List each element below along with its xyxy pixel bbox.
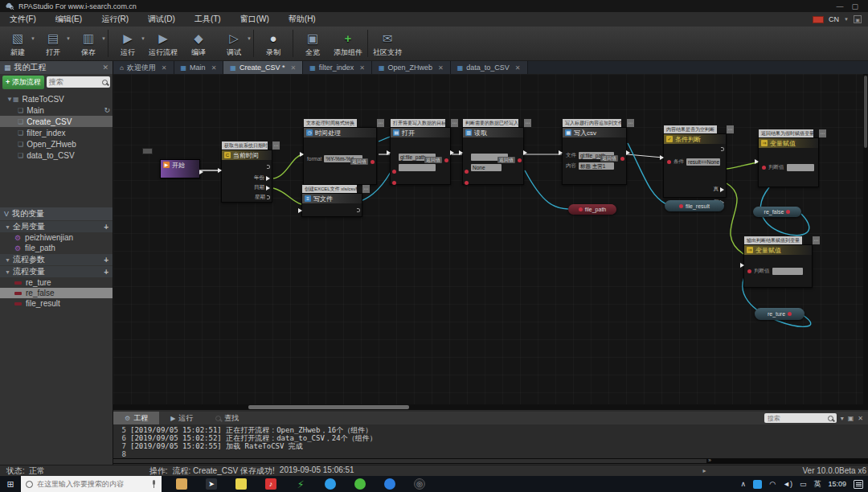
add-variable-icon[interactable]: + (104, 268, 108, 277)
output-port-unused[interactable] (267, 165, 270, 169)
output-port-unused[interactable] (357, 208, 360, 212)
log-search-box[interactable] (764, 413, 837, 423)
year-port[interactable] (266, 176, 270, 181)
btab-project[interactable]: ⚙ 工程 (113, 412, 159, 424)
arg-port[interactable] (667, 160, 671, 164)
maximize-button[interactable]: ▢ (851, 2, 858, 10)
node-menu-icon[interactable]: ⋯ (524, 119, 531, 127)
debug-button[interactable]: ▷ 调试 ▼ (216, 27, 252, 60)
node-menu-icon[interactable]: ⋯ (362, 185, 370, 193)
true-port[interactable] (720, 187, 724, 192)
node-set-variable-2[interactable]: 输出判断结果赋值到变量⋯ ⇒变量赋值 判断值 (743, 244, 813, 288)
scrollbar-thumb[interactable] (864, 76, 867, 148)
pill-re-false[interactable]: re_false (753, 207, 801, 217)
add-variable-icon[interactable]: + (104, 223, 108, 232)
value-field[interactable] (787, 164, 814, 171)
volume-icon[interactable]: ◄) (783, 480, 792, 488)
node-menu-icon[interactable]: ⋯ (813, 236, 820, 244)
mail-app-icon[interactable]: ➤ (206, 478, 217, 490)
save-button[interactable]: ▥ 保存 ▼ (71, 27, 106, 60)
arg-port[interactable] (465, 170, 469, 174)
return-port[interactable] (444, 158, 448, 162)
pill-port[interactable] (579, 207, 583, 211)
tab-close-icon[interactable]: ✕ (290, 64, 296, 72)
menu-file[interactable]: 文件(F) (0, 12, 46, 27)
taskbar-search-input[interactable] (37, 480, 147, 488)
debug-dropdown-icon[interactable]: ▼ (247, 36, 252, 41)
value-port[interactable] (747, 269, 751, 273)
empty-field[interactable] (399, 164, 436, 171)
condition-field[interactable]: result==None (686, 158, 720, 166)
canvas-vertical-scrollbar[interactable] (863, 74, 868, 404)
node-condition[interactable]: 内容结果是否为空判断⋯ ✓条件判断 条件 result==None 真 假 (663, 133, 727, 198)
arg-port[interactable] (392, 170, 396, 174)
music-app-icon[interactable]: ♪ (265, 478, 276, 490)
output-port[interactable] (199, 170, 203, 174)
tree-item-project[interactable]: ▼▦ RateToCSV (0, 93, 113, 105)
display-icon[interactable]: ▭ (800, 480, 807, 488)
scrollbar-thumb[interactable] (113, 459, 706, 463)
group-flow-params[interactable]: ▼ 流程参数 + (0, 254, 113, 265)
maximize-panel-icon[interactable]: ▣ (848, 415, 854, 422)
node-menu-icon[interactable]: ⋯ (377, 119, 384, 127)
collapsed-node[interactable] (142, 148, 153, 154)
var-peizhiwenjian[interactable]: ⚙ peizhiwenjian (0, 232, 113, 243)
output-port[interactable] (626, 150, 630, 155)
tab-close-icon[interactable]: ✕ (515, 64, 521, 72)
project-search-box[interactable] (47, 76, 110, 88)
tree-item-data-to-csv[interactable]: ❏ data_to_CSV (0, 150, 113, 161)
node-open-file[interactable]: 打开将要写入数据的目标文件⋯ ▤打开 返回值 gl:file_path (390, 127, 451, 185)
taskbar-search-box[interactable] (21, 476, 162, 492)
return-port[interactable] (371, 160, 375, 164)
var-re-ture[interactable]: re_ture (0, 277, 113, 288)
node-write-csv[interactable]: 写入标题行内容追加到文件里⋯ ▦写入csv 返回值 文件 gl:file_pat… (562, 127, 627, 185)
value-field[interactable] (772, 268, 803, 275)
record-button[interactable]: ● 录制 (256, 27, 291, 60)
menu-help[interactable]: 帮助(H) (279, 12, 326, 27)
collapse-arrow-icon[interactable]: ▼ (5, 224, 10, 230)
menu-tools[interactable]: 工具(T) (185, 12, 231, 27)
node-set-variable-1[interactable]: 返回结果为假时赋值变量⋯ ⇒变量赋值 判断值 (758, 137, 819, 187)
tab-close-icon[interactable]: ✕ (359, 64, 365, 72)
ime-toolbar-icon[interactable]: ▣ (854, 15, 862, 23)
node-write-file[interactable]: 创建EXCEL文件 xls/csv格式⋯ ≡写文件 (301, 193, 362, 217)
collapse-arrow-icon[interactable]: ▼ (5, 269, 10, 275)
tree-item-filter-index[interactable]: ❏ filter_index (0, 127, 113, 138)
pin-icon[interactable]: ▾ (841, 415, 844, 422)
value-port[interactable] (762, 166, 766, 170)
canvas-horizontal-scrollbar[interactable] (113, 404, 868, 410)
pill-port[interactable] (679, 204, 683, 208)
scrollbar-thumb[interactable] (248, 405, 409, 409)
ime-language-badge[interactable]: CN (829, 15, 839, 23)
node-menu-icon[interactable]: ⋯ (819, 129, 826, 137)
save-dropdown-icon[interactable]: ▼ (101, 36, 106, 41)
node-start[interactable]: ▶开始 (160, 159, 200, 178)
pill-file-path[interactable]: file_path (568, 204, 616, 215)
community-button[interactable]: ✉ 社区支持 (370, 27, 405, 60)
add-flow-button[interactable]: + 添加流程 (2, 76, 44, 89)
overview-button[interactable]: ▣ 全览 (295, 27, 330, 60)
return-port[interactable] (620, 157, 624, 161)
node-current-time[interactable]: 获取当前系统日期时间⋯ C当前时间 年份 日期 星期 (221, 150, 272, 203)
pill-port[interactable] (788, 312, 792, 316)
close-panel-icon[interactable]: ✕ (858, 415, 863, 422)
tab-create-csv[interactable]: ▦ Create_CSV * ✕ (223, 61, 303, 74)
output-port-unused[interactable] (721, 147, 724, 151)
ime-dropdown-icon[interactable]: ▼ (844, 17, 849, 22)
tab-welcome[interactable]: ⌂ 欢迎使用 ✕ (113, 61, 174, 74)
var-file-result[interactable]: file_result (0, 298, 113, 309)
arg-port[interactable] (392, 181, 396, 185)
tray-expand-icon[interactable]: ∧ (741, 480, 747, 488)
tree-item-open-zhweb[interactable]: ❏ Open_ZHweb (0, 138, 113, 150)
tab-close-icon[interactable]: ✕ (162, 64, 167, 72)
input-port[interactable] (298, 208, 302, 213)
node-time-format[interactable]: 文本处理时间格式转换⋯ ◷时间处理 返回值 format %Y-%m-%d (303, 127, 377, 185)
tab-filter-index[interactable]: ▦ filter_index ✕ (303, 61, 372, 74)
menu-edit[interactable]: 编辑(E) (46, 12, 92, 27)
run-flow-button[interactable]: ▶ 运行流程 (145, 27, 181, 60)
active-app-icon[interactable]: ◎ (414, 478, 425, 490)
log-horizontal-scrollbar[interactable]: » (113, 458, 868, 464)
search-icon[interactable] (102, 80, 108, 85)
log-output[interactable]: 5[2019/09/05 15:02:51] 正在打开流程：Open_ZHweb… (113, 424, 868, 458)
node-menu-icon[interactable]: ⋯ (451, 119, 458, 127)
